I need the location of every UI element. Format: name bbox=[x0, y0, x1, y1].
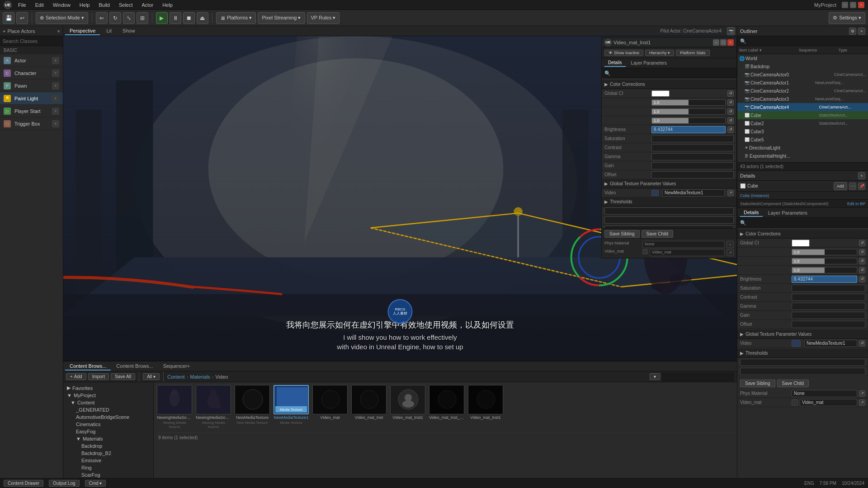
place-actor-character[interactable]: C Character + bbox=[0, 67, 63, 80]
tree-scarfog[interactable]: ScarFog bbox=[63, 471, 153, 478]
menu-window[interactable]: Window bbox=[50, 2, 73, 8]
menu-build[interactable]: Build bbox=[96, 2, 112, 8]
menu-actor[interactable]: Actor bbox=[139, 2, 156, 8]
close-btn[interactable]: × bbox=[858, 2, 864, 8]
outliner-directional-light[interactable]: ☀ DirectionalLight bbox=[737, 144, 868, 152]
edit-in-bp-link[interactable]: Edit In BP bbox=[847, 202, 865, 206]
section-header-thresholds[interactable]: ▶ Thresholds bbox=[737, 349, 868, 358]
tree-ring[interactable]: Ring bbox=[63, 464, 153, 471]
details-add-btn[interactable]: Add bbox=[834, 182, 847, 190]
outliner-cinecamera4[interactable]: 📷 CineCameraActor4 CineCameraAct... bbox=[737, 103, 868, 111]
saturation-value[interactable] bbox=[792, 285, 865, 292]
r-reset[interactable]: ↺ bbox=[859, 249, 865, 255]
transform-btn[interactable]: ⊞ bbox=[137, 12, 148, 24]
contrast-value[interactable] bbox=[792, 294, 865, 301]
asset-newmediatexture[interactable]: NewMediaTexture New Media Texture bbox=[234, 385, 270, 429]
tree-cinematics[interactable]: Cinematics bbox=[63, 421, 153, 428]
hierarchy-btn[interactable]: Hierarchy ▾ bbox=[645, 50, 674, 56]
outliner-cube3[interactable]: ⬜ Cube3 bbox=[737, 127, 868, 136]
vp-rules-btn[interactable]: VP Rules ▾ bbox=[307, 12, 340, 24]
cb-settings-btn[interactable]: All ▾ bbox=[143, 373, 160, 380]
cb-filter-btn[interactable]: ▾ bbox=[650, 373, 660, 380]
place-actor-pawn[interactable]: P Pawn + bbox=[0, 80, 63, 92]
pilot-actor-icon[interactable]: 📷 bbox=[727, 27, 735, 35]
sec-close-btn[interactable]: × bbox=[727, 39, 734, 46]
tab-content-browser-1[interactable]: Content Brows... bbox=[65, 362, 111, 371]
phys-material-value[interactable]: None bbox=[792, 390, 857, 397]
gamma-value[interactable] bbox=[792, 303, 865, 310]
sec-video-browse[interactable]: ↗ bbox=[727, 190, 734, 196]
b-bar[interactable]: 1.0 bbox=[792, 267, 857, 273]
outliner-cinecamera0[interactable]: 📷 CineCameraActor0 CineCameraAct... bbox=[737, 70, 868, 79]
sec-tab-layer-params[interactable]: Layer Parameters bbox=[627, 60, 670, 66]
phys-material-browse[interactable]: ↗ bbox=[859, 390, 865, 397]
sec-tab-details[interactable]: Details bbox=[604, 59, 626, 67]
menu-select[interactable]: Select bbox=[116, 2, 136, 8]
sec-phys-add-icon[interactable]: + bbox=[726, 241, 734, 248]
menu-help2[interactable]: Help bbox=[160, 2, 175, 8]
g-reset[interactable]: ↺ bbox=[859, 258, 865, 264]
sec-minimize-btn[interactable]: − bbox=[713, 39, 719, 46]
r-bar[interactable]: 1.0 bbox=[792, 249, 857, 255]
sec-g-bar[interactable]: 1.0 bbox=[651, 108, 726, 115]
place-actor-actor[interactable]: A Actor + bbox=[0, 54, 63, 67]
sec-offset-value[interactable] bbox=[651, 171, 734, 178]
sec-section-thresholds[interactable]: ▶ Thresholds bbox=[602, 197, 736, 206]
output-log-btn[interactable]: Output Log bbox=[49, 480, 79, 487]
outliner-settings-icon[interactable]: ⚙ bbox=[849, 28, 856, 35]
tab-perspective[interactable]: Perspective bbox=[65, 27, 100, 35]
tree-content[interactable]: ▼ Content bbox=[63, 399, 153, 406]
sec-thresh-val-2[interactable] bbox=[604, 216, 734, 224]
menu-file[interactable]: File bbox=[15, 2, 29, 8]
details-pin-icon[interactable]: 📌 bbox=[858, 183, 865, 190]
sec-r-reset[interactable]: ↺ bbox=[727, 99, 734, 106]
threshold-val-1[interactable] bbox=[740, 359, 865, 366]
tree-materials[interactable]: ▼ Materials bbox=[63, 435, 153, 442]
outliner-cinecamera2[interactable]: 📷 CineCameraActor2 CineCameraAct... bbox=[737, 87, 868, 95]
tree-myproject[interactable]: ▼ MyProject bbox=[63, 392, 153, 399]
sec-videomat-value[interactable]: Video_mat bbox=[650, 249, 725, 256]
sec-contrast-value[interactable] bbox=[651, 144, 734, 151]
sec-global-ci-reset[interactable]: ↺ bbox=[727, 90, 734, 97]
tree-generated[interactable]: _GENERATED bbox=[63, 406, 153, 413]
play-btn[interactable]: ▶ bbox=[156, 12, 168, 24]
details-tab-details[interactable]: Details bbox=[740, 209, 763, 217]
platforms-btn[interactable]: 🖥 Platforms ▾ bbox=[216, 12, 256, 24]
global-ci-reset-icon[interactable]: ↺ bbox=[859, 240, 865, 246]
place-actors-close-icon[interactable]: × bbox=[57, 28, 60, 34]
add-content-btn[interactable]: + Add bbox=[66, 373, 86, 380]
outliner-close-icon[interactable]: × bbox=[858, 28, 865, 35]
tree-easyfog[interactable]: EasyFog bbox=[63, 428, 153, 435]
sec-brightness-reset[interactable]: ↺ bbox=[727, 127, 734, 133]
asset-newingmediasource1[interactable]: NewingMediaSource1 Newing Media Source bbox=[195, 385, 231, 429]
sec-b-bar[interactable]: 1.0 bbox=[651, 117, 726, 124]
asset-videomat[interactable]: Video_mat bbox=[312, 385, 348, 429]
video-mat-value[interactable]: Video_mat bbox=[800, 399, 857, 406]
sec-save-child-btn[interactable]: Save Child bbox=[642, 230, 673, 238]
undo-btn[interactable]: ↩ bbox=[16, 12, 28, 24]
section-header-color[interactable]: ▶ Color Corrections bbox=[737, 230, 868, 239]
minimize-btn[interactable]: − bbox=[842, 2, 848, 8]
pixel-streaming-btn[interactable]: Pixel Streaming ▾ bbox=[258, 12, 305, 24]
brightness-value[interactable]: 8.432744 bbox=[792, 276, 857, 283]
section-header-texture[interactable]: ▶ Global Texture Parameter Values bbox=[737, 330, 868, 339]
save-sibling-btn[interactable]: Save Sibling bbox=[740, 380, 775, 387]
sec-phys-value[interactable]: None bbox=[642, 241, 725, 248]
asset-videomat-inst1-2[interactable]: Video_mat_Inst1 bbox=[467, 385, 504, 429]
details-search[interactable] bbox=[737, 218, 868, 228]
tab-lit[interactable]: Lit bbox=[102, 27, 116, 35]
gain-value[interactable] bbox=[792, 312, 865, 319]
sec-brightness-value[interactable]: 8.432744 bbox=[651, 126, 726, 133]
settings-btn[interactable]: ⚙ Settings ▾ bbox=[829, 12, 865, 24]
import-btn[interactable]: Import bbox=[88, 373, 109, 380]
b-reset[interactable]: ↺ bbox=[859, 267, 865, 273]
video-texture-value[interactable]: NewMediaTexture1 bbox=[804, 340, 857, 347]
place-actor-point-light[interactable]: 💡 Paint Light + bbox=[0, 92, 63, 105]
asset-videomat-inst1[interactable]: Video_mat_Inst1 bbox=[390, 385, 426, 429]
tree-backdrop[interactable]: Backdrop bbox=[63, 442, 153, 450]
sec-g-reset[interactable]: ↺ bbox=[727, 108, 734, 115]
menu-edit[interactable]: Edit bbox=[33, 2, 47, 8]
rotate-btn[interactable]: ↻ bbox=[109, 12, 121, 24]
brightness-reset[interactable]: ↺ bbox=[859, 276, 865, 282]
breadcrumb-materials[interactable]: Materials bbox=[190, 374, 210, 380]
